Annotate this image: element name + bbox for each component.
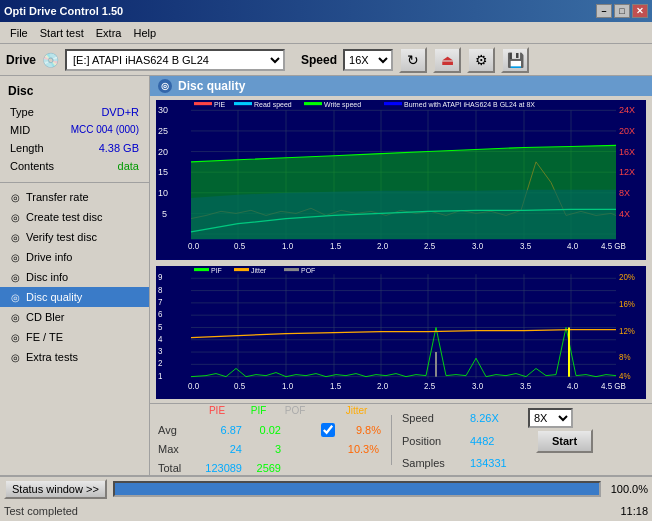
svg-text:8X: 8X [619, 188, 630, 198]
menu-extra[interactable]: Extra [90, 25, 128, 41]
svg-text:20%: 20% [619, 273, 635, 282]
minimize-btn[interactable]: – [596, 4, 612, 18]
speed-label: Speed [301, 53, 337, 67]
svg-text:5: 5 [158, 322, 163, 331]
progress-bar-fill [115, 483, 599, 495]
jitter-checkbox[interactable] [321, 423, 335, 437]
status-window-btn[interactable]: Status window >> [4, 479, 107, 499]
stats-bar: PIE PIF POF Jitter Avg 6.87 0.02 9.8% Ma… [150, 403, 652, 475]
svg-text:5: 5 [162, 208, 167, 218]
position-value: 4482 [470, 432, 520, 450]
svg-text:20X: 20X [619, 126, 635, 136]
svg-text:4: 4 [158, 335, 163, 344]
close-btn[interactable]: ✕ [632, 4, 648, 18]
position-label: Position [402, 432, 462, 450]
pie-max: 24 [197, 440, 242, 458]
sidebar-item-create-test-disc[interactable]: ◎ Create test disc [0, 207, 149, 227]
svg-rect-44 [304, 102, 322, 105]
create-test-disc-icon: ◎ [8, 210, 22, 224]
svg-text:8%: 8% [619, 353, 631, 362]
svg-rect-40 [194, 102, 212, 105]
disc-contents-value: data [62, 158, 139, 174]
sidebar-item-verify-test-disc[interactable]: ◎ Verify test disc [0, 227, 149, 247]
svg-text:2.5: 2.5 [424, 242, 436, 251]
max-label: Max [158, 440, 193, 458]
disc-length-value: 4.38 GB [62, 140, 139, 156]
maximize-btn[interactable]: □ [614, 4, 630, 18]
svg-rect-46 [384, 102, 402, 105]
svg-text:6: 6 [158, 310, 163, 319]
svg-text:1.5: 1.5 [330, 382, 342, 391]
jitter-max: 10.3% [339, 440, 379, 458]
drive-icon: 💿 [42, 52, 59, 68]
svg-text:0.5: 0.5 [234, 382, 246, 391]
pif-avg: 0.02 [246, 421, 281, 439]
svg-text:4X: 4X [619, 208, 630, 218]
disc-info-icon: ◎ [8, 270, 22, 284]
svg-text:Burned with ATAPI iHAS624  B G: Burned with ATAPI iHAS624 B GL24 at 8X [404, 101, 535, 109]
svg-text:1: 1 [158, 371, 163, 380]
drive-select[interactable]: [E:] ATAPI iHAS624 B GL24 [65, 49, 285, 71]
start-button[interactable]: Start [536, 429, 593, 453]
extra-tests-icon: ◎ [8, 350, 22, 364]
svg-text:3.0: 3.0 [472, 382, 484, 391]
svg-text:20: 20 [158, 147, 168, 157]
svg-text:1.5: 1.5 [330, 242, 342, 251]
speed-select[interactable]: 16X [343, 49, 393, 71]
svg-text:3.5: 3.5 [520, 242, 532, 251]
disc-mid-label: MID [10, 122, 60, 138]
save-btn[interactable]: 💾 [501, 47, 529, 73]
svg-text:PIF: PIF [211, 267, 223, 275]
svg-text:0.0: 0.0 [188, 382, 200, 391]
total-label: Total [158, 459, 193, 475]
svg-rect-92 [194, 268, 209, 271]
samples-label: Samples [402, 454, 462, 472]
svg-text:9: 9 [158, 273, 163, 282]
speed-stat-select[interactable]: 8X [528, 408, 573, 428]
status-completed: Test completed [4, 505, 78, 517]
sidebar-item-transfer-rate[interactable]: ◎ Transfer rate [0, 187, 149, 207]
eject-btn[interactable]: ⏏ [433, 47, 461, 73]
sidebar-item-fe-te[interactable]: ◎ FE / TE [0, 327, 149, 347]
avg-label: Avg [158, 421, 193, 439]
speed-stat-value: 8.26X [470, 409, 520, 427]
settings-btn[interactable]: ⚙ [467, 47, 495, 73]
svg-text:2.5: 2.5 [424, 382, 436, 391]
sidebar-item-drive-info[interactable]: ◎ Drive info [0, 247, 149, 267]
menu-start-test[interactable]: Start test [34, 25, 90, 41]
svg-text:2.0: 2.0 [377, 382, 389, 391]
transfer-rate-icon: ◎ [8, 190, 22, 204]
svg-text:Write speed: Write speed [324, 101, 361, 109]
disc-mid-value: MCC 004 (000) [62, 122, 139, 138]
menu-file[interactable]: File [4, 25, 34, 41]
svg-text:4.5 GB: 4.5 GB [601, 242, 626, 251]
svg-text:0.5: 0.5 [234, 242, 246, 251]
jitter-avg: 9.8% [341, 421, 381, 439]
svg-text:8: 8 [158, 285, 163, 294]
cd-bler-icon: ◎ [8, 310, 22, 324]
svg-text:12%: 12% [619, 326, 635, 335]
sidebar-item-disc-quality[interactable]: ◎ Disc quality [0, 287, 149, 307]
svg-text:16X: 16X [619, 147, 635, 157]
fe-te-icon: ◎ [8, 330, 22, 344]
svg-text:3.0: 3.0 [472, 242, 484, 251]
svg-text:3: 3 [158, 347, 163, 356]
sidebar-item-cd-bler[interactable]: ◎ CD Bler [0, 307, 149, 327]
pif-total: 2569 [246, 459, 281, 475]
svg-text:4.0: 4.0 [567, 382, 579, 391]
svg-text:4.5 GB: 4.5 GB [601, 382, 626, 391]
disc-section-header: Disc [0, 80, 149, 100]
svg-text:15: 15 [158, 167, 168, 177]
svg-text:12X: 12X [619, 167, 635, 177]
sidebar-item-disc-info[interactable]: ◎ Disc info [0, 267, 149, 287]
svg-text:0.0: 0.0 [188, 242, 200, 251]
sidebar-item-extra-tests[interactable]: ◎ Extra tests [0, 347, 149, 367]
svg-text:POF: POF [301, 267, 316, 275]
refresh-btn[interactable]: ↻ [399, 47, 427, 73]
svg-text:4%: 4% [619, 371, 631, 380]
svg-text:1.0: 1.0 [282, 382, 294, 391]
pie-avg: 6.87 [197, 421, 242, 439]
pif-max: 3 [246, 440, 281, 458]
disc-type-value: DVD+R [62, 104, 139, 120]
menu-help[interactable]: Help [127, 25, 162, 41]
